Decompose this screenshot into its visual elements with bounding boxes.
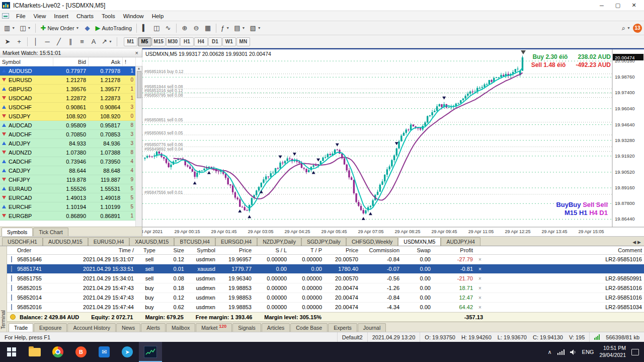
menu-item-help[interactable]: Help bbox=[148, 11, 168, 21]
indicators-icon[interactable]: ƒ▼ bbox=[219, 23, 231, 34]
timeframe-button-m5[interactable]: M5 bbox=[138, 37, 151, 46]
chart-tab[interactable]: AUDJPY,H4 bbox=[441, 237, 480, 246]
mw-col-spread[interactable]: ! bbox=[123, 57, 136, 66]
market-watch-row-eurgbp[interactable]: EURGBP0.868900.868911 bbox=[0, 211, 135, 221]
tabs-scroll-left-icon[interactable]: ◀ bbox=[632, 240, 636, 245]
order-row[interactable]: 958517412021.04.29 15:33:51sell0.01xauus… bbox=[7, 264, 644, 274]
terminal-tab-code-base[interactable]: Code Base bbox=[290, 323, 328, 332]
terminal-tab-market[interactable]: Market120 bbox=[196, 323, 232, 332]
close-order-icon[interactable]: × bbox=[475, 295, 485, 301]
telegram-button[interactable]: ➤ bbox=[116, 342, 139, 362]
terminal-tab-trade[interactable]: Trade bbox=[9, 323, 33, 332]
chart-window[interactable]: 20.0016019.9876019.9740019.9604019.94640… bbox=[142, 48, 644, 236]
close-order-icon[interactable]: × bbox=[475, 266, 485, 272]
chrome-button[interactable] bbox=[46, 342, 69, 362]
chart-tab[interactable]: SGDJPY,Daily bbox=[301, 237, 346, 246]
tabs-scroll-right-icon[interactable]: ▶ bbox=[637, 240, 641, 245]
terminal-col-swap[interactable]: Swap bbox=[401, 247, 433, 253]
mw-col-symbol[interactable]: Symbol bbox=[0, 57, 53, 66]
timeframe-button-h4[interactable]: H4 bbox=[194, 37, 208, 46]
market-watch-close-icon[interactable]: × bbox=[134, 50, 139, 56]
market-watch-row-audchf[interactable]: AUDCHF0.708500.708533 bbox=[0, 130, 135, 139]
timeframe-button-m15[interactable]: M15 bbox=[152, 37, 166, 46]
tile-windows-icon[interactable]: ▦ bbox=[202, 23, 213, 34]
order-row[interactable]: 958520142021.04.29 15:47:43buy0.12usdmxn… bbox=[7, 293, 644, 303]
menu-item-window[interactable]: Window bbox=[119, 11, 148, 21]
terminal-tab-mailbox[interactable]: Mailbox bbox=[166, 323, 195, 332]
scroll-up-icon[interactable]: ▲ bbox=[137, 66, 141, 70]
chart-line-icon[interactable]: ∿ bbox=[163, 23, 174, 34]
chart-bars-icon[interactable]: ▍ bbox=[139, 23, 150, 34]
language-indicator[interactable]: ENG bbox=[582, 349, 594, 355]
order-row[interactable]: 958520152021.04.29 15:47:43buy0.18usdmxn… bbox=[7, 283, 644, 293]
market-watch-row-cadchf[interactable]: CADCHF0.739460.739504 bbox=[0, 157, 135, 166]
timeframe-button-d1[interactable]: D1 bbox=[208, 37, 222, 46]
terminal-tab-alerts[interactable]: Alerts bbox=[141, 323, 166, 332]
market-watch-row-eurchf[interactable]: EURCHF1.101941.101995 bbox=[0, 202, 135, 211]
market-watch-tab-tick-chart[interactable]: Tick Chart bbox=[33, 228, 68, 236]
chart-tab[interactable]: NZDJPY,Daily bbox=[257, 237, 301, 246]
market-watch-row-audusd[interactable]: AUDUSD0.779770.779781 bbox=[0, 66, 135, 76]
horizontal-line-icon[interactable]: ─ bbox=[42, 36, 53, 47]
order-row[interactable]: 958517552021.04.29 15:34:01sell0.08usdmx… bbox=[7, 274, 644, 283]
terminal-col-tp[interactable]: T / P bbox=[289, 247, 324, 253]
terminal-tab-journal[interactable]: Journal bbox=[358, 323, 386, 332]
market-watch-row-eurcad[interactable]: EURCAD1.490131.490185 bbox=[0, 193, 135, 202]
brave-button[interactable]: B bbox=[69, 342, 93, 362]
market-watch-row-audnzd[interactable]: AUDNZD1.073801.073888 bbox=[0, 148, 135, 157]
text-label-icon[interactable]: A bbox=[88, 36, 99, 47]
terminal-col-order[interactable]: Order bbox=[15, 247, 61, 253]
terminal-col-commission[interactable]: Commission bbox=[360, 247, 401, 253]
mail-button[interactable]: ✉ bbox=[93, 342, 116, 362]
chart-tab[interactable]: USDMXN,M5 bbox=[398, 237, 441, 246]
terminal-tab-news[interactable]: News bbox=[116, 323, 140, 332]
chart-candles-icon[interactable]: ◫ bbox=[151, 23, 162, 34]
cursor-icon[interactable]: ➤ bbox=[2, 36, 13, 47]
market-watch-row-eurusd[interactable]: EURUSD1.212781.212780 bbox=[0, 76, 135, 85]
menu-item-file[interactable]: File bbox=[12, 11, 30, 21]
chart-tab[interactable]: CHFSGD,Weekly bbox=[346, 237, 398, 246]
trendline-icon[interactable]: ╱ bbox=[53, 36, 64, 47]
start-button[interactable] bbox=[0, 342, 23, 362]
chart-tab[interactable]: EURUSD,H4 bbox=[88, 237, 130, 246]
timeframe-button-h1[interactable]: H1 bbox=[180, 37, 194, 46]
terminal-tab-articles[interactable]: Articles bbox=[262, 323, 290, 332]
terminal-col-type[interactable]: Type bbox=[136, 247, 163, 253]
terminal-col-profit[interactable]: Profit bbox=[433, 247, 475, 253]
status-profile[interactable]: Default2 bbox=[338, 332, 368, 342]
close-order-icon[interactable]: × bbox=[475, 276, 485, 281]
expert-advisors-icon[interactable]: ◆ bbox=[82, 23, 93, 34]
minimize-icon[interactable]: ─ bbox=[594, 1, 610, 11]
market-watch-row-cadjpy[interactable]: CADJPY88.64488.6484 bbox=[0, 166, 135, 175]
action-center-icon[interactable] bbox=[631, 349, 639, 355]
periods-icon[interactable]: ▤▼ bbox=[232, 23, 247, 34]
menu-item-charts[interactable]: Charts bbox=[72, 11, 98, 21]
profiles-icon[interactable]: ◫▼ bbox=[18, 23, 33, 34]
autotrading-button[interactable]: ▶AutoTrading bbox=[94, 23, 134, 34]
chart-tab[interactable]: BTCUSD,H4 bbox=[174, 237, 215, 246]
chart-window-icon[interactable] bbox=[2, 13, 9, 19]
timeframe-button-m1[interactable]: M1 bbox=[124, 37, 137, 46]
taskbar-clock[interactable]: 10:51 PM 29/04/2021 bbox=[599, 345, 626, 358]
terminal-col-sl[interactable]: S / L bbox=[254, 247, 289, 253]
close-icon[interactable]: ✕ bbox=[626, 1, 642, 11]
new-chart-icon[interactable]: ▥▼ bbox=[2, 23, 17, 34]
new-order-button[interactable]: ✚New Order▼ bbox=[38, 23, 81, 34]
terminal-col-size[interactable]: Size bbox=[163, 247, 186, 253]
vertical-line-icon[interactable]: │ bbox=[30, 36, 41, 47]
chart-tab[interactable]: USDCHF,H1 bbox=[2, 237, 43, 246]
volume-icon[interactable] bbox=[570, 349, 577, 355]
market-watch-scrollbar[interactable]: ▲ bbox=[135, 66, 142, 227]
network-icon[interactable] bbox=[557, 349, 565, 355]
terminal-col-price[interactable]: Price bbox=[217, 247, 254, 253]
zoom-in-icon[interactable]: ⊕ bbox=[179, 23, 190, 34]
mt4-taskbar-button[interactable] bbox=[139, 342, 162, 362]
timeframe-button-m30[interactable]: M30 bbox=[166, 37, 180, 46]
terminal-tab-signals[interactable]: Signals bbox=[232, 323, 261, 332]
order-row[interactable]: 958520162021.04.29 15:47:44buy0.62usdmxn… bbox=[7, 303, 644, 312]
market-watch-row-usdcad[interactable]: USDCAD1.228721.228731 bbox=[0, 94, 135, 103]
channel-icon[interactable]: ∥ bbox=[65, 36, 76, 47]
fibonacci-icon[interactable]: ≡ bbox=[76, 36, 88, 47]
chart-tab[interactable]: EURSGD,H4 bbox=[215, 237, 257, 246]
timeframe-button-w1[interactable]: W1 bbox=[222, 37, 236, 46]
